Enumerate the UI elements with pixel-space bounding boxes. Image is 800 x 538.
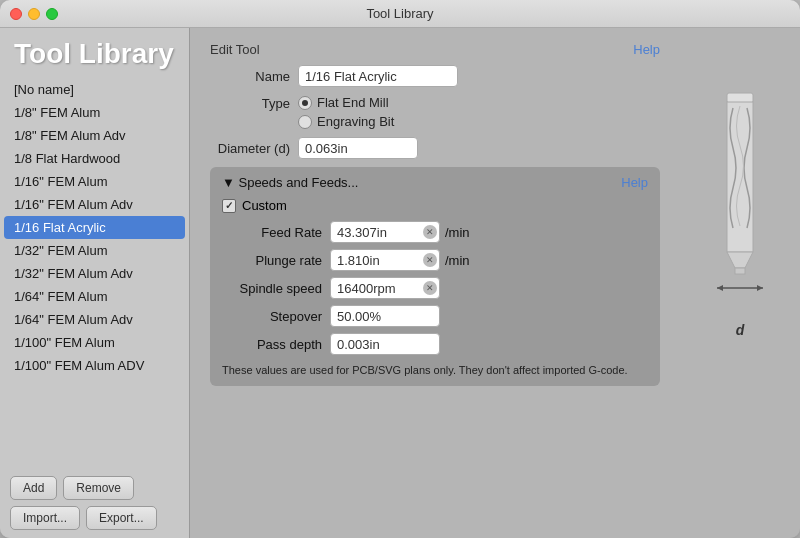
minimize-button[interactable]	[28, 8, 40, 20]
tool-list-item[interactable]: 1/64" FEM Alum	[0, 285, 189, 308]
content-area: Tool Library [No name]1/8" FEM Alum1/8" …	[0, 28, 800, 538]
edit-tool-label: Edit Tool	[210, 42, 660, 57]
type-label: Type	[210, 95, 290, 111]
pass-depth-input-wrap	[330, 333, 440, 355]
tool-list-item[interactable]: 1/32" FEM Alum Adv	[0, 262, 189, 285]
speeds-help-link[interactable]: Help	[621, 175, 648, 190]
plunge-rate-field: ✕	[330, 249, 440, 271]
tool-list-item[interactable]: 1/32" FEM Alum	[0, 239, 189, 262]
tool-list-item[interactable]: 1/8" FEM Alum	[0, 101, 189, 124]
radio-engraving-bit[interactable]: Engraving Bit	[298, 114, 394, 129]
speeds-header: ▼ Speeds and Feeds... Help	[222, 175, 648, 190]
diameter-label: Diameter (d)	[210, 141, 290, 156]
speeds-title: ▼ Speeds and Feeds...	[222, 175, 358, 190]
tool-list-item[interactable]: 1/8" FEM Alum Adv	[0, 124, 189, 147]
radio-flat-end-mill-label: Flat End Mill	[317, 95, 389, 110]
radio-engraving-bit-btn[interactable]	[298, 115, 312, 129]
sidebar-buttons: Add Remove Import... Export...	[0, 468, 189, 538]
remove-button[interactable]: Remove	[63, 476, 134, 500]
feed-rate-label: Feed Rate	[222, 225, 322, 240]
pass-depth-input[interactable]	[330, 333, 440, 355]
d-label-row: d	[736, 322, 745, 338]
svg-marker-2	[727, 252, 753, 268]
traffic-lights	[10, 8, 58, 20]
spindle-speed-row: Spindle speed ✕	[222, 277, 648, 299]
feed-rate-clear[interactable]: ✕	[423, 225, 437, 239]
custom-label: Custom	[242, 198, 287, 213]
tool-svg	[705, 88, 775, 318]
tool-list-item[interactable]: 1/100" FEM Alum	[0, 331, 189, 354]
tool-illustration: d	[680, 28, 800, 538]
speeds-panel: ▼ Speeds and Feeds... Help Custom Feed R…	[210, 167, 660, 386]
radio-group: Flat End Mill Engraving Bit	[298, 95, 394, 129]
help-link[interactable]: Help	[633, 42, 660, 57]
spindle-speed-clear[interactable]: ✕	[423, 281, 437, 295]
stepover-label: Stepover	[222, 309, 322, 324]
name-input[interactable]	[298, 65, 458, 87]
plunge-rate-label: Plunge rate	[222, 253, 322, 268]
tool-list-item[interactable]: [No name]	[0, 78, 189, 101]
tool-list: [No name]1/8" FEM Alum1/8" FEM Alum Adv1…	[0, 78, 189, 468]
spindle-speed-input-wrap: ✕	[330, 277, 440, 299]
svg-rect-1	[727, 102, 753, 252]
add-button[interactable]: Add	[10, 476, 57, 500]
form-section: Edit Tool Name Type Flat End Mill	[210, 42, 660, 524]
titlebar: Tool Library	[0, 0, 800, 28]
radio-engraving-bit-label: Engraving Bit	[317, 114, 394, 129]
app-title: Tool Library	[0, 28, 189, 78]
spindle-speed-label: Spindle speed	[222, 281, 322, 296]
custom-checkbox[interactable]	[222, 199, 236, 213]
svg-rect-3	[735, 268, 745, 274]
feed-rate-field: ✕	[330, 221, 440, 243]
plunge-rate-suffix: /min	[445, 253, 470, 268]
radio-flat-end-mill[interactable]: Flat End Mill	[298, 95, 394, 110]
svg-marker-6	[757, 285, 763, 291]
radio-flat-end-mill-btn[interactable]	[298, 96, 312, 110]
btn-row-1: Add Remove	[10, 476, 179, 500]
d-label: d	[736, 322, 745, 338]
type-row: Type Flat End Mill Engraving Bit	[210, 95, 660, 129]
feed-rate-row: Feed Rate ✕ /min	[222, 221, 648, 243]
close-button[interactable]	[10, 8, 22, 20]
tool-list-item[interactable]: 1/16 Flat Acrylic	[4, 216, 185, 239]
main-panel: Help Edit Tool Name Type Flat End Mill	[190, 28, 680, 538]
plunge-rate-row: Plunge rate ✕ /min	[222, 249, 648, 271]
spindle-speed-field: ✕	[330, 277, 440, 299]
btn-row-2: Import... Export...	[10, 506, 179, 530]
feed-rate-input-wrap: ✕ /min	[330, 221, 470, 243]
sidebar: Tool Library [No name]1/8" FEM Alum1/8" …	[0, 28, 190, 538]
pass-depth-row: Pass depth	[222, 333, 648, 355]
plunge-rate-input-wrap: ✕ /min	[330, 249, 470, 271]
diameter-row: Diameter (d)	[210, 137, 660, 159]
diameter-input[interactable]	[298, 137, 418, 159]
tool-list-item[interactable]: 1/8 Flat Hardwood	[0, 147, 189, 170]
note-text: These values are used for PCB/SVG plans …	[222, 363, 648, 378]
tool-list-item[interactable]: 1/16" FEM Alum Adv	[0, 193, 189, 216]
name-label: Name	[210, 69, 290, 84]
feed-rate-suffix: /min	[445, 225, 470, 240]
name-row: Name	[210, 65, 660, 87]
tool-list-item[interactable]: 1/100" FEM Alum ADV	[0, 354, 189, 377]
stepover-input-wrap	[330, 305, 440, 327]
maximize-button[interactable]	[46, 8, 58, 20]
stepover-input[interactable]	[330, 305, 440, 327]
stepover-row: Stepover	[222, 305, 648, 327]
custom-row: Custom	[222, 198, 648, 213]
pass-depth-label: Pass depth	[222, 337, 322, 352]
main-window: Tool Library Tool Library [No name]1/8" …	[0, 0, 800, 538]
tool-list-item[interactable]: 1/16" FEM Alum	[0, 170, 189, 193]
tool-list-item[interactable]: 1/64" FEM Alum Adv	[0, 308, 189, 331]
import-button[interactable]: Import...	[10, 506, 80, 530]
window-title: Tool Library	[366, 6, 433, 21]
plunge-rate-clear[interactable]: ✕	[423, 253, 437, 267]
svg-marker-5	[717, 285, 723, 291]
export-button[interactable]: Export...	[86, 506, 157, 530]
